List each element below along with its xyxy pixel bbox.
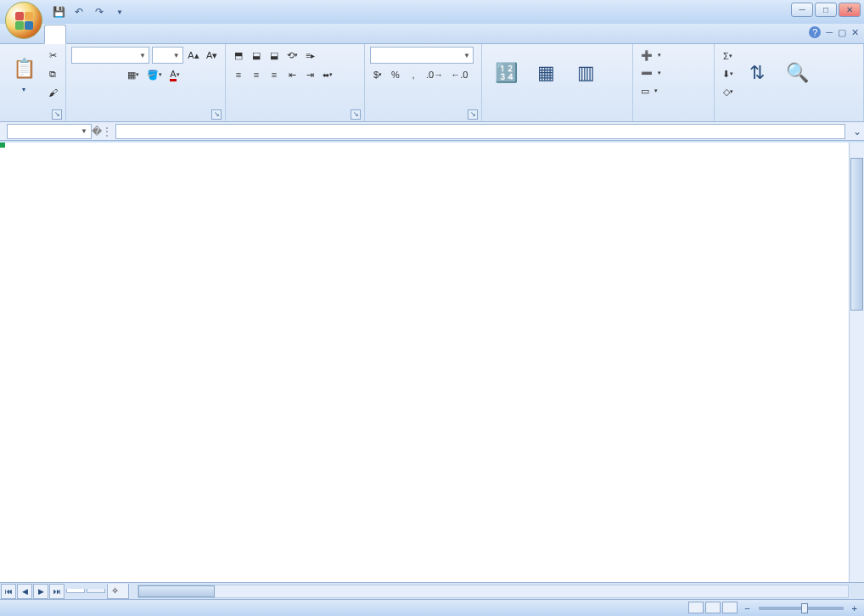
font-dialog-icon[interactable]: ↘ xyxy=(211,109,222,120)
orientation-icon[interactable]: ⟲▾ xyxy=(284,47,300,64)
tab-home[interactable] xyxy=(44,25,66,44)
ribbon: 📋 ▾ ✂ ⧉ 🖌 ↘ ▼ ▼ A▴ A▾ ▦▾ xyxy=(0,44,864,122)
formula-input[interactable] xyxy=(115,124,845,139)
doc-close-icon[interactable]: ✕ xyxy=(851,27,859,38)
fill-color-icon[interactable]: 🪣▾ xyxy=(144,66,165,83)
sort-filter-button[interactable]: ⇅ xyxy=(738,58,776,90)
paste-button[interactable]: 📋 ▾ xyxy=(5,53,42,95)
decrease-decimal-icon[interactable]: ←.0 xyxy=(448,66,470,83)
minimize-button[interactable]: ─ xyxy=(791,3,813,17)
find-select-button[interactable]: 🔍 xyxy=(778,58,816,90)
vertical-scrollbar[interactable] xyxy=(849,143,864,582)
conditional-formatting-button[interactable]: 🔢 xyxy=(487,58,525,90)
increase-decimal-icon[interactable]: .0→ xyxy=(424,66,446,83)
close-button[interactable]: ✕ xyxy=(839,3,861,17)
format-cells-icon: ▭ xyxy=(641,86,649,97)
clear-icon[interactable]: ◇▾ xyxy=(720,83,736,100)
cell-styles-button[interactable]: ▥ xyxy=(567,58,604,90)
font-size-combo[interactable]: ▼ xyxy=(152,47,183,64)
group-number: ↘ xyxy=(370,119,476,120)
align-left-icon[interactable]: ≡ xyxy=(231,66,246,83)
highlight-overlay xyxy=(0,143,5,148)
tab-formulas[interactable] xyxy=(107,24,127,43)
delete-cells-button[interactable]: ➖ ▾ xyxy=(638,64,709,81)
clipboard-icon: 📋 xyxy=(10,55,37,82)
doc-minimize-icon[interactable]: ─ xyxy=(826,27,833,37)
font-name-combo[interactable]: ▼ xyxy=(71,47,149,64)
doc-restore-icon[interactable]: ▢ xyxy=(838,27,846,38)
sheet-tab-2[interactable] xyxy=(87,589,105,593)
decrease-indent-icon[interactable]: ⇤ xyxy=(284,66,300,83)
align-right-icon[interactable]: ≡ xyxy=(266,66,282,83)
zoom-in-icon[interactable]: + xyxy=(852,603,857,613)
group-alignment: ↘ xyxy=(231,119,359,120)
ribbon-tabs: ? ─ ▢ ✕ xyxy=(0,24,864,44)
merge-center-button[interactable]: ⬌▾ xyxy=(320,66,335,83)
align-top-icon[interactable]: ⬒ xyxy=(231,47,246,64)
sheet-nav-prev-icon[interactable]: ◀ xyxy=(17,584,32,599)
sheet-nav-last-icon[interactable]: ⏭ xyxy=(49,584,65,599)
save-icon[interactable]: 💾 xyxy=(49,3,68,20)
tab-page-layout[interactable] xyxy=(87,24,107,43)
office-button[interactable] xyxy=(5,2,42,39)
redo-icon[interactable]: ↷ xyxy=(90,3,109,20)
border-icon[interactable]: ▦▾ xyxy=(125,66,142,83)
zoom-slider[interactable] xyxy=(759,607,844,610)
zoom-out-icon[interactable]: − xyxy=(744,603,749,613)
tab-insert[interactable] xyxy=(66,24,87,43)
cut-icon[interactable]: ✂ xyxy=(45,47,60,64)
format-painter-icon[interactable]: 🖌 xyxy=(45,84,60,101)
view-buttons[interactable] xyxy=(687,602,738,615)
format-cells-button[interactable]: ▭ ▾ xyxy=(638,82,709,99)
tab-data[interactable] xyxy=(127,24,148,43)
autosum-icon[interactable]: Σ▾ xyxy=(720,48,736,64)
align-middle-icon[interactable]: ⬓ xyxy=(249,47,264,64)
comma-icon[interactable]: , xyxy=(406,66,421,83)
new-sheet-icon[interactable]: ✧ xyxy=(107,584,129,599)
conditional-formatting-icon: 🔢 xyxy=(492,59,519,87)
increase-indent-icon[interactable]: ⇥ xyxy=(302,66,317,83)
group-cells xyxy=(638,119,709,120)
formula-bar: ▼ �⋮ ⌄ xyxy=(0,122,864,141)
cell-styles-icon: ▥ xyxy=(572,59,599,87)
shrink-font-icon[interactable]: A▾ xyxy=(204,47,220,64)
insert-cells-button[interactable]: ➕ ▾ xyxy=(638,47,709,64)
tab-view[interactable] xyxy=(168,24,188,43)
horizontal-scrollbar[interactable] xyxy=(137,585,849,598)
formula-bar-expand-icon[interactable]: ⌄ xyxy=(850,126,864,137)
currency-icon[interactable]: $▾ xyxy=(370,66,385,83)
bold-button[interactable] xyxy=(71,66,87,83)
table-icon: ▦ xyxy=(532,59,559,87)
number-dialog-icon[interactable]: ↘ xyxy=(468,109,478,120)
qat-customize-icon[interactable]: ▼ xyxy=(110,3,129,20)
align-center-icon[interactable]: ≡ xyxy=(249,66,264,83)
fill-icon[interactable]: ⬇▾ xyxy=(720,65,736,82)
group-editing xyxy=(720,119,858,120)
worksheet-grid[interactable] xyxy=(0,143,864,582)
italic-button[interactable] xyxy=(89,66,104,83)
group-font: ↘ xyxy=(71,119,220,120)
format-as-table-button[interactable]: ▦ xyxy=(527,58,564,90)
sheet-nav-next-icon[interactable]: ▶ xyxy=(33,584,48,599)
undo-icon[interactable]: ↶ xyxy=(70,3,88,20)
align-bottom-icon[interactable]: ⬓ xyxy=(266,47,282,64)
tab-review[interactable] xyxy=(148,24,168,43)
maximize-button[interactable]: □ xyxy=(815,3,837,17)
copy-icon[interactable]: ⧉ xyxy=(45,65,60,82)
delete-cells-icon: ➖ xyxy=(641,68,653,79)
alignment-dialog-icon[interactable]: ↘ xyxy=(351,109,361,120)
sheet-tab-1[interactable] xyxy=(66,589,85,593)
insert-cells-icon: ➕ xyxy=(641,50,653,61)
number-format-combo[interactable]: ▼ xyxy=(370,47,474,64)
group-clipboard: ↘ xyxy=(5,119,60,120)
name-box-expand-icon[interactable]: �⋮ xyxy=(92,126,107,137)
underline-button[interactable] xyxy=(107,66,122,83)
font-color-icon[interactable]: A▾ xyxy=(167,66,182,83)
name-box[interactable]: ▼ xyxy=(7,124,92,139)
help-icon[interactable]: ? xyxy=(809,26,821,38)
percent-icon[interactable]: % xyxy=(388,66,403,83)
sheet-nav-first-icon[interactable]: ⏮ xyxy=(1,584,16,599)
grow-font-icon[interactable]: A▴ xyxy=(186,47,202,64)
wrap-text-button[interactable]: ≡▸ xyxy=(303,47,318,64)
clipboard-dialog-icon[interactable]: ↘ xyxy=(52,109,62,120)
